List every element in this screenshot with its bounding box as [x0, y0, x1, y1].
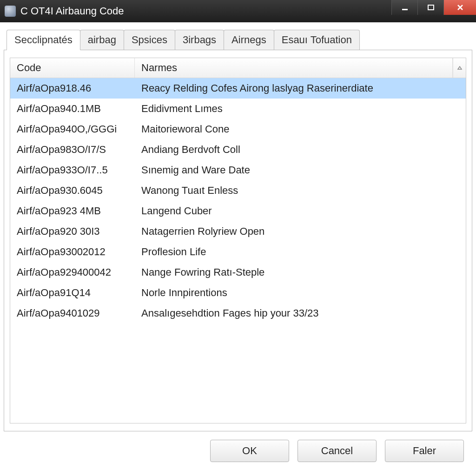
cell-code: Airf/aOpa929400042 [10, 262, 135, 283]
minimize-icon [401, 4, 409, 11]
tab-panel: Code Narmes Airf/aOpa918.46Reacy Relding… [4, 50, 472, 431]
faler-button[interactable]: Faler [385, 440, 464, 462]
dialog-window: C OT4I Airbaung Code SecclipnatésairbagS… [0, 0, 476, 470]
cell-name: Norle Innpirentions [135, 283, 466, 303]
cell-name: Langend Cuber [135, 201, 466, 221]
svg-rect-1 [428, 5, 434, 10]
cell-name: Proflesion Life [135, 242, 466, 262]
titlebar[interactable]: C OT4I Airbaung Code [0, 0, 476, 22]
app-icon [5, 6, 16, 17]
ok-button[interactable]: OK [210, 440, 289, 462]
window-title: C OT4I Airbaung Code [20, 5, 391, 17]
cell-name: Nange Fowring Ratı-Steple [135, 262, 466, 283]
cell-name: Ansalıgesehdtion Fages hip your 33/23 [135, 303, 466, 324]
tab-2[interactable]: Spsices [124, 30, 175, 50]
table-row[interactable]: Airf/aOpa93002012Proflesion Life [10, 242, 466, 262]
table-row[interactable]: Airf/aOpa930.6045Wanong Tuaıt Enless [10, 180, 466, 201]
cell-code: Airf/aOpa93002012 [10, 242, 135, 262]
cell-code: Airf/aOpa923 4MB [10, 201, 135, 221]
cell-code: Airf/aOpa940.1MB [10, 99, 135, 119]
tab-3[interactable]: 3irbags [175, 30, 224, 50]
cell-name: Wanong Tuaıt Enless [135, 180, 466, 201]
tab-strip: SecclipnatésairbagSpsices3irbagsAirnegsE… [7, 30, 472, 50]
cell-name: Reacy Relding Cofes Airong laslyag Raser… [135, 78, 466, 99]
cancel-button[interactable]: Cancel [298, 440, 377, 462]
table-row[interactable]: Airf/aOpa9401029Ansalıgesehdtion Fages h… [10, 303, 466, 324]
table-row[interactable]: Airf/aOpa923 4MBLangend Cuber [10, 201, 466, 221]
maximize-icon [427, 4, 435, 11]
list-body[interactable]: Airf/aOpa918.46Reacy Relding Cofes Airon… [10, 78, 466, 423]
dialog-footer: OK Cancel Faler [4, 436, 472, 470]
table-row[interactable]: Airf/aOpa940.1MBEdidivment Lımes [10, 99, 466, 119]
cell-name: Sınemig and Ware Date [135, 160, 466, 180]
tab-1[interactable]: airbag [80, 30, 124, 50]
minimize-button[interactable] [391, 0, 417, 15]
list-header: Code Narmes [10, 58, 466, 78]
cell-code: Airf/aOpa983O/I7/S [10, 139, 135, 160]
cell-name: Natagerrien Rolyriew Open [135, 221, 466, 242]
sort-up-icon [457, 65, 463, 71]
table-row[interactable]: Airf/aOpa940O,/GGGiMaitorieworal Cone [10, 119, 466, 139]
table-row[interactable]: Airf/aOpa91Q14Norle Innpirentions [10, 283, 466, 303]
svg-rect-0 [402, 9, 408, 10]
table-row[interactable]: Airf/aOpa920 30I3Natagerrien Rolyriew Op… [10, 221, 466, 242]
table-row[interactable]: Airf/aOpa983O/I7/SAndiang Berdvoft Coll [10, 139, 466, 160]
cell-code: Airf/aOpa91Q14 [10, 283, 135, 303]
cell-code: Airf/aOpa918.46 [10, 78, 135, 99]
column-header-code[interactable]: Code [10, 58, 135, 78]
maximize-button[interactable] [417, 0, 443, 15]
cell-code: Airf/aOpa9401029 [10, 303, 135, 324]
tab-0[interactable]: Secclipnatés [7, 30, 80, 50]
tab-4[interactable]: Airnegs [224, 30, 274, 50]
code-list: Code Narmes Airf/aOpa918.46Reacy Relding… [10, 58, 466, 423]
close-icon [456, 3, 464, 12]
column-header-names[interactable]: Narmes [135, 58, 453, 78]
cell-code: Airf/aOpa933O/I7..5 [10, 160, 135, 180]
dialog-body: SecclipnatésairbagSpsices3irbagsAirnegsE… [0, 22, 476, 470]
sort-indicator[interactable] [453, 58, 466, 78]
cell-code: Airf/aOpa940O,/GGGi [10, 119, 135, 139]
table-row[interactable]: Airf/aOpa918.46Reacy Relding Cofes Airon… [10, 78, 466, 99]
tab-5[interactable]: Esauı Tofuation [274, 30, 360, 50]
cell-name: Andiang Berdvoft Coll [135, 139, 466, 160]
cell-code: Airf/aOpa920 30I3 [10, 221, 135, 242]
close-button[interactable] [443, 0, 476, 15]
window-controls [391, 0, 476, 22]
cell-name: Maitorieworal Cone [135, 119, 466, 139]
table-row[interactable]: Airf/aOpa933O/I7..5Sınemig and Ware Date [10, 160, 466, 180]
cell-name: Edidivment Lımes [135, 99, 466, 119]
table-row[interactable]: Airf/aOpa929400042Nange Fowring Ratı-Ste… [10, 262, 466, 283]
cell-code: Airf/aOpa930.6045 [10, 180, 135, 201]
